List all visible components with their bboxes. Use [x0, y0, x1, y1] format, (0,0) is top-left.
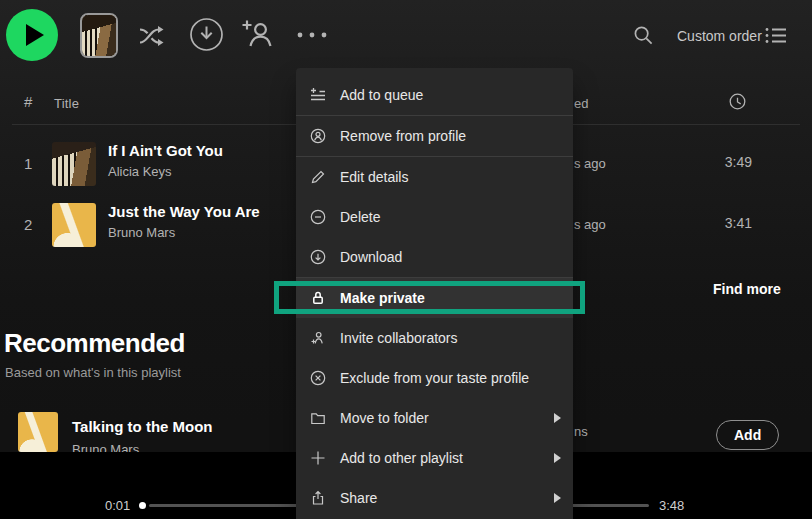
submenu-arrow-icon — [554, 413, 561, 423]
track-duration: 3:49 — [718, 154, 752, 170]
column-header-date-added-fragment[interactable]: ed — [574, 96, 588, 111]
remove-from-profile-icon — [309, 128, 327, 144]
add-to-queue-icon — [309, 87, 327, 103]
menu-item-share[interactable]: Share — [296, 478, 573, 518]
recommended-section-subtitle: Based on what's in this playlist — [5, 365, 181, 380]
menu-item-label: Move to folder — [340, 410, 541, 426]
menu-item-edit-details[interactable]: Edit details — [296, 157, 573, 197]
column-header-title[interactable]: Title — [54, 96, 79, 111]
progress-handle[interactable] — [139, 502, 146, 509]
add-person-icon[interactable] — [240, 16, 276, 53]
shuffle-icon[interactable] — [137, 22, 167, 49]
track-title[interactable]: If I Ain't Got You — [108, 142, 223, 159]
track-title[interactable]: Just the Way You Are — [108, 203, 260, 220]
recommended-album-fragment: ns — [574, 424, 588, 439]
download-icon — [309, 249, 327, 265]
track-number: 1 — [24, 155, 32, 172]
menu-item-invite-collaborators[interactable]: Invite collaborators — [296, 318, 573, 358]
date-added-fragment: s ago — [574, 217, 606, 232]
track-number: 2 — [24, 216, 32, 233]
date-added-fragment: s ago — [574, 156, 606, 171]
album-art-image — [82, 15, 116, 56]
menu-item-exclude-taste-profile[interactable]: Exclude from your taste profile — [296, 358, 573, 398]
menu-item-add-to-queue[interactable]: Add to queue — [296, 75, 573, 115]
menu-item-label: Download — [340, 249, 561, 265]
sort-order-label[interactable]: Custom order — [677, 28, 762, 44]
menu-item-move-to-folder[interactable]: Move to folder — [296, 398, 573, 438]
share-icon — [309, 490, 327, 506]
recommended-track-title[interactable]: Talking to the Moon — [72, 418, 213, 435]
search-icon[interactable] — [634, 26, 653, 45]
playlist-cover-thumbnail[interactable] — [80, 13, 118, 58]
view-list-icon[interactable] — [765, 27, 787, 44]
more-options-icon[interactable] — [296, 30, 329, 40]
menu-item-remove-from-profile[interactable]: Remove from profile — [296, 116, 573, 156]
clock-icon[interactable] — [729, 93, 746, 110]
plus-icon — [309, 450, 327, 466]
x-circle-icon — [309, 370, 327, 386]
menu-item-label: Invite collaborators — [340, 330, 561, 346]
menu-item-label: Share — [340, 490, 541, 506]
total-time: 3:48 — [659, 498, 684, 513]
menu-item-delete[interactable]: Delete — [296, 197, 573, 237]
menu-item-add-to-other-playlist[interactable]: Add to other playlist — [296, 438, 573, 478]
context-menu: Add to queue Remove from profile Edit de… — [296, 68, 573, 519]
person-add-icon — [309, 330, 327, 346]
find-more-link[interactable]: Find more — [713, 281, 781, 297]
album-art-image — [18, 412, 58, 452]
playlist-page: Custom order # Title ed 1 If I Ain't Got… — [0, 0, 812, 519]
current-time: 0:01 — [105, 498, 130, 513]
menu-item-label: Delete — [340, 209, 561, 225]
play-icon — [26, 24, 44, 46]
download-circle-icon[interactable] — [189, 17, 224, 52]
menu-item-label: Remove from profile — [340, 128, 561, 144]
lock-icon — [309, 290, 327, 306]
track-artist[interactable]: Alicia Keys — [108, 164, 172, 179]
menu-item-label: Add to other playlist — [340, 450, 541, 466]
play-button[interactable] — [6, 9, 58, 61]
album-art-image — [52, 142, 96, 186]
menu-item-make-private[interactable]: Make private — [296, 278, 573, 318]
column-header-number: # — [24, 93, 32, 110]
track-artist[interactable]: Bruno Mars — [108, 225, 175, 240]
submenu-arrow-icon — [554, 493, 561, 503]
menu-item-label: Exclude from your taste profile — [340, 370, 561, 386]
menu-item-label: Make private — [340, 290, 561, 306]
folder-icon — [309, 410, 327, 426]
menu-item-label: Add to queue — [340, 87, 561, 103]
submenu-arrow-icon — [554, 453, 561, 463]
album-art-image — [52, 203, 96, 247]
menu-item-label: Edit details — [340, 169, 561, 185]
recommended-section-title: Recommended — [4, 328, 185, 359]
add-button[interactable]: Add — [716, 420, 779, 450]
track-duration: 3:41 — [718, 215, 752, 231]
minus-circle-icon — [309, 209, 327, 225]
pencil-icon — [309, 169, 327, 185]
menu-item-download[interactable]: Download — [296, 237, 573, 277]
